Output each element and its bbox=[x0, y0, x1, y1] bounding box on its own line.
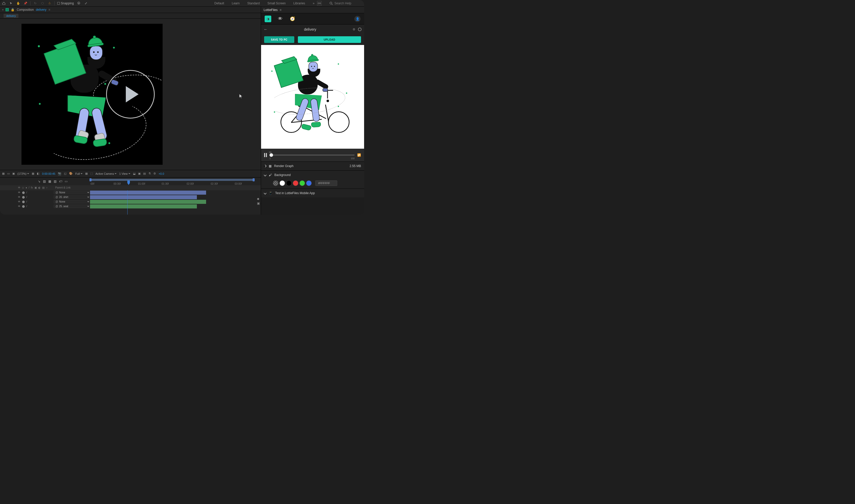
rotate-icon[interactable]: ↻ bbox=[33, 1, 38, 6]
close-icon[interactable]: × bbox=[2, 8, 4, 11]
upload-button[interactable]: UPLOAD bbox=[298, 36, 361, 43]
exposure[interactable]: +0.0 bbox=[158, 172, 164, 175]
mobile-test-section[interactable]: 📱 Test in LottieFiles Mobile App bbox=[261, 188, 364, 197]
hex-input[interactable] bbox=[315, 180, 337, 186]
layer-bar[interactable] bbox=[90, 200, 206, 204]
snapping-toggle[interactable]: Snapping bbox=[57, 2, 74, 5]
ic3[interactable]: ⚗ bbox=[148, 172, 151, 175]
layer-row[interactable]: 👁⬤/ @None bbox=[0, 199, 261, 204]
work-area-start[interactable] bbox=[89, 178, 91, 181]
tl-tag-icon[interactable]: 🏷 bbox=[59, 180, 62, 183]
refresh-icon[interactable] bbox=[358, 28, 362, 31]
layer-row[interactable]: 👁⬤/ @20. shirt bbox=[0, 195, 261, 199]
parent-dropdown[interactable]: @None bbox=[54, 191, 89, 194]
lock-icon[interactable]: 🔒 bbox=[11, 8, 15, 12]
region-icon[interactable]: ◱ bbox=[64, 172, 67, 175]
hand-tool-icon[interactable]: ✋ bbox=[16, 1, 20, 6]
comp-marker-icon[interactable]: ▣ bbox=[257, 201, 260, 205]
scrubber-thumb[interactable] bbox=[269, 153, 273, 157]
mesh-icon[interactable]: ⬡ bbox=[40, 1, 45, 6]
app-toolbar: ✋ 📌 ↻ ⬡ ⛹ Snapping ⦿ ⤢ Default Learn Sta… bbox=[0, 0, 364, 7]
swatch-green[interactable] bbox=[299, 180, 305, 186]
layer-row[interactable]: 👁⬤/ @None bbox=[0, 190, 261, 195]
magnet-icon[interactable]: ⦿ bbox=[76, 1, 81, 6]
snapshot-icon[interactable]: 📷 bbox=[58, 172, 62, 175]
workspace-small-screen[interactable]: Small Screen bbox=[267, 2, 285, 5]
marker-icon[interactable]: ◆ bbox=[257, 197, 260, 200]
layer-bar[interactable] bbox=[90, 195, 197, 199]
scrubber[interactable]: 96 1 132 bbox=[269, 155, 355, 156]
time-ruler[interactable]: :00f 00:30f 01:00f 01:30f 02:00f 02:30f … bbox=[90, 179, 258, 185]
alpha-icon[interactable]: ▦ bbox=[2, 172, 5, 175]
pin-icon[interactable]: 📌 bbox=[23, 1, 28, 6]
loop-icon[interactable]: 🔁 bbox=[357, 153, 361, 157]
settings-icon[interactable]: ⚙ bbox=[353, 28, 355, 31]
swatch-red[interactable] bbox=[293, 180, 298, 186]
nav-export[interactable]: ◑ bbox=[265, 16, 271, 22]
workspace-default[interactable]: Default bbox=[214, 2, 224, 5]
eye-column-icon[interactable]: 👁 bbox=[18, 186, 20, 189]
swatch-blue[interactable] bbox=[306, 180, 312, 186]
swatch-black[interactable] bbox=[286, 180, 292, 186]
view-dropdown[interactable]: 1 View bbox=[119, 172, 130, 175]
composition-name[interactable]: delivery bbox=[36, 8, 46, 12]
pause-button[interactable] bbox=[264, 153, 267, 157]
back-button[interactable]: ← bbox=[264, 27, 268, 32]
home-icon[interactable] bbox=[2, 1, 6, 6]
transparency-icon[interactable]: ▦ bbox=[85, 172, 88, 175]
swatch-transparent[interactable] bbox=[273, 180, 278, 186]
workspace-libraries[interactable]: Libraries bbox=[293, 2, 305, 5]
channel-icon[interactable]: ◧ bbox=[37, 172, 39, 175]
ruler-tick: 00:30f bbox=[114, 182, 121, 185]
expand-icon[interactable]: ⤢ bbox=[84, 1, 88, 6]
panel-menu-icon[interactable]: ≡ bbox=[49, 8, 50, 12]
search-input[interactable] bbox=[334, 2, 363, 5]
mask-icon[interactable]: ▭ bbox=[7, 172, 10, 175]
parent-dropdown[interactable]: @20. shirt bbox=[54, 195, 89, 199]
tl-graph-icon[interactable]: ▧ bbox=[54, 180, 56, 183]
playhead[interactable] bbox=[127, 180, 130, 185]
workspace-standard[interactable]: Standard bbox=[247, 2, 260, 5]
workspace-learn[interactable]: Learn bbox=[232, 2, 240, 5]
tl-shy-icon[interactable]: ↘ bbox=[38, 180, 40, 183]
camera-dropdown[interactable]: Active Camera bbox=[95, 172, 117, 175]
zoom-dropdown[interactable]: (172%) bbox=[17, 172, 29, 175]
play-button[interactable] bbox=[106, 70, 155, 119]
color-icon[interactable]: 🎨 bbox=[69, 172, 73, 175]
composition-viewer[interactable] bbox=[0, 19, 261, 170]
nav-discover[interactable]: 🧭 bbox=[289, 16, 296, 22]
person-icon[interactable]: ⛹ bbox=[47, 1, 52, 6]
resolution-dropdown[interactable]: Full bbox=[75, 172, 83, 175]
nav-preview[interactable]: 👁 bbox=[277, 16, 283, 22]
lottiefiles-panel: LottieFiles ≡ ◑ 👁 🧭 👤 ← delivery ⚙ SAVE … bbox=[261, 7, 364, 215]
ic4[interactable]: ⚙ bbox=[153, 172, 156, 175]
ic1[interactable]: ▣ bbox=[138, 172, 141, 175]
timecode[interactable]: 0:00:00:45 bbox=[42, 172, 55, 175]
layer-bar[interactable] bbox=[90, 204, 197, 209]
guides-icon[interactable]: ▣ bbox=[12, 172, 15, 175]
workspace-more[interactable]: » bbox=[313, 2, 314, 5]
account-avatar[interactable]: 👤 bbox=[354, 16, 361, 22]
parent-dropdown[interactable]: @25. seat bbox=[54, 204, 89, 208]
tl-search-icon[interactable]: ▭ bbox=[65, 180, 68, 183]
ic2[interactable]: ▤ bbox=[143, 172, 146, 175]
save-to-pc-button[interactable]: SAVE TO PC bbox=[264, 36, 294, 43]
parent-dropdown[interactable]: @None bbox=[54, 200, 89, 203]
swatch-white[interactable] bbox=[279, 180, 285, 186]
tl-motionblur-icon[interactable]: ▩ bbox=[48, 180, 51, 183]
tab-delivery[interactable]: delivery bbox=[4, 14, 18, 18]
chevron-down-icon[interactable] bbox=[264, 174, 266, 176]
render-graph-section[interactable]: ▦ Render Graph 2.55 MB bbox=[261, 161, 364, 170]
fast-preview-icon[interactable]: ⬓ bbox=[133, 172, 136, 175]
layer-bar[interactable] bbox=[90, 191, 206, 195]
work-area[interactable] bbox=[90, 179, 254, 181]
3d-icon[interactable]: ⬚ bbox=[90, 172, 93, 175]
tl-frameblend-icon[interactable]: ▨ bbox=[43, 180, 46, 183]
grid-icon[interactable]: ▦ bbox=[32, 172, 34, 175]
panel-menu-icon[interactable]: ≡ bbox=[280, 8, 281, 12]
selection-tool-icon[interactable] bbox=[9, 1, 13, 6]
help-search[interactable] bbox=[329, 2, 363, 5]
sync-icon[interactable]: DS bbox=[317, 1, 322, 6]
work-area-end[interactable] bbox=[252, 178, 255, 181]
layer-row[interactable]: 👁⬤/ @25. seat bbox=[0, 204, 261, 209]
